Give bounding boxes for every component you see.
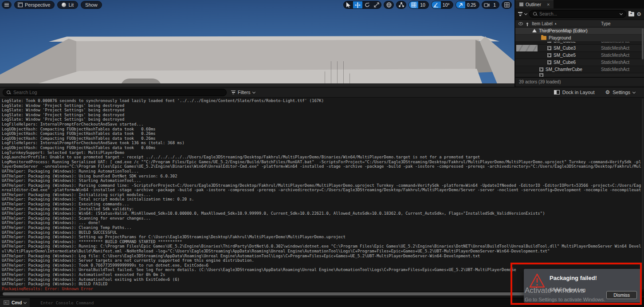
cmd-chevron-icon: [24, 300, 27, 303]
log-line: UATHelper: Packaging (Windows): ********…: [2, 240, 644, 244]
row-type-icon: [547, 53, 551, 57]
log-line: LogSlate: Window 'Project Settings' bein…: [2, 117, 644, 122]
row-type-icon: [541, 36, 546, 40]
viewport-menu-icon[interactable]: [2, 1, 12, 9]
outliner-panel: Outliner × Search... ⚙ Item Label ▲ Type…: [514, 0, 644, 87]
log-search-input[interactable]: Search Log: [3, 89, 227, 96]
cmd-selector[interactable]: >_ Cmd: [0, 298, 30, 307]
rotation-snap-icon[interactable]: [432, 1, 441, 9]
log-line: UATHelper: Packaging (Windows): Running …: [2, 169, 644, 174]
scale-tool-button[interactable]: [372, 1, 381, 9]
move-tool-button[interactable]: [353, 1, 362, 9]
log-line: UATHelper: Packaging (Windows): Using bu…: [2, 174, 644, 179]
filters-icon: [231, 91, 236, 94]
outliner-row[interactable]: SM_Cube5 StaticMeshAct: [515, 52, 644, 59]
rotate-tool-button[interactable]: [362, 1, 372, 9]
outliner-row[interactable]: SM_Cube6 StaticMeshAct: [515, 59, 644, 66]
rotation-snap-value[interactable]: 10°: [441, 2, 453, 8]
viewport-layout-group: [502, 1, 512, 9]
create-folder-icon[interactable]: [628, 12, 634, 16]
filter-chevron-icon[interactable]: [524, 12, 527, 15]
row-type: StaticMeshAct: [601, 60, 640, 65]
log-vertical-scrollbar[interactable]: [642, 98, 644, 289]
log-line: UATHelper: Packaging (Windows): Executin…: [2, 202, 644, 207]
grid-snap-value[interactable]: 10: [418, 2, 428, 8]
surface-snap-group: [396, 1, 406, 9]
outliner-row[interactable]: ThirdPersonMap (Editor): [515, 28, 644, 35]
show-button[interactable]: Show: [81, 1, 102, 9]
log-output[interactable]: LogSlate: Took 0.000876 seconds to synch…: [0, 98, 644, 291]
warning-triangle-icon: [529, 273, 546, 291]
outliner-row[interactable]: SM_ChamferCube StaticMeshAct: [515, 66, 644, 73]
log-line: LogFileHelpers: InternalPromptForCheckou…: [2, 122, 644, 127]
dock-in-layout-button[interactable]: Dock in Layout: [554, 90, 595, 95]
settings-label: Settings: [613, 90, 630, 95]
outliner-row[interactable]: SM_Cube3 StaticMeshAct: [515, 45, 644, 52]
log-line: ul\MultiPlayerDemo\Intermediate\Build\Ma…: [2, 249, 644, 254]
tab-outliner[interactable]: Outliner ×: [515, 0, 554, 8]
row-label: ThirdPersonMap (Editor): [539, 28, 587, 33]
outliner-row[interactable]: [515, 73, 644, 77]
filters-label: Filters: [238, 90, 251, 95]
cmd-label: Cmd: [12, 300, 22, 305]
outliner-column-header: Item Label ▲ Type: [515, 20, 644, 28]
dismiss-button[interactable]: Dismiss: [606, 291, 637, 299]
log-line: LogUObjectHash: Compacting FUObjectHashT…: [2, 146, 644, 150]
filters-button[interactable]: Filters: [231, 90, 255, 95]
perspective-cube-icon: [19, 3, 23, 7]
globe-icon[interactable]: [384, 1, 393, 9]
close-tab-icon[interactable]: ×: [547, 2, 550, 7]
grid-snap-icon[interactable]: [409, 1, 418, 9]
outliner-tree: ThirdPersonMap (Editor) Playground SM_Cu…: [515, 28, 644, 77]
perspective-button[interactable]: Perspective: [14, 1, 55, 9]
search-options-chevron-icon[interactable]: [620, 12, 623, 15]
item-label-column[interactable]: Item Label: [532, 21, 553, 26]
log-line: LogSlate: Window 'Project Settings' bein…: [2, 108, 644, 113]
log-line: UATHelper: Packaging (Windows): Running:…: [2, 244, 644, 249]
log-search-icon: [7, 91, 11, 94]
viewport-toolbar-right: 10 10° 0.25 1: [343, 1, 512, 9]
transform-tools-group: [343, 1, 381, 9]
visibility-column-eye-icon[interactable]: [518, 22, 523, 25]
row-label: SM_Cube5: [554, 53, 576, 58]
log-line: UATHelper: Packaging (Windows): BUILD SU…: [2, 230, 644, 235]
row-label: SM_Cube3: [554, 46, 576, 51]
lit-button[interactable]: Lit: [57, 1, 78, 9]
outliner-status: 39 actors (39 loaded): [515, 77, 644, 86]
row-type-icon: [532, 29, 537, 32]
camera-count-value[interactable]: 1: [491, 2, 499, 8]
filter-icon[interactable]: [518, 12, 522, 16]
outliner-row[interactable]: SM_Cube2 StaticMeshAct: [515, 42, 644, 45]
row-type: StaticMeshAct: [601, 53, 640, 58]
search-icon: [533, 12, 537, 16]
row-label: SM_Cube6: [554, 60, 576, 65]
camera-speed-icon[interactable]: [456, 1, 465, 9]
log-line: LogSlate: Window 'Project Settings' bein…: [2, 113, 644, 118]
outliner-search-input[interactable]: Search...: [529, 10, 626, 18]
dock-label: Dock in Layout: [562, 90, 595, 95]
outliner-row[interactable]: Playground: [515, 35, 644, 42]
show-output-log-link[interactable]: Show Output Log: [550, 287, 585, 292]
pin-column-icon[interactable]: [526, 23, 528, 24]
camera-speed-value[interactable]: 0.25: [465, 2, 479, 8]
log-line: LogSlate: Took 0.000876 seconds to synch…: [2, 98, 644, 103]
log-line: LogFileHelpers: InternalPromptForCheckou…: [2, 141, 644, 146]
surface-snap-icon[interactable]: [397, 1, 406, 9]
select-tool-button[interactable]: [344, 1, 353, 9]
type-column[interactable]: Type: [601, 21, 611, 26]
quad-view-icon[interactable]: [502, 1, 511, 9]
log-line: UATHelper: Packaging (Windows): Setting …: [2, 235, 644, 240]
3d-viewport[interactable]: Perspective Lit Show: [0, 0, 514, 87]
dock-layout-icon: [554, 90, 560, 94]
show-label: Show: [85, 2, 98, 8]
log-line: UATHelper: Packaging (Windows): Cleaning…: [2, 225, 644, 230]
camera-shortcut-group: 1: [482, 1, 499, 9]
outliner-scrollbar[interactable]: [642, 28, 644, 59]
viewport-toolbar-left: Perspective Lit Show: [2, 1, 102, 9]
log-settings-button[interactable]: ⚙ Settings: [605, 90, 635, 95]
log-line: UATHelper: Packaging (Windows): Log file…: [2, 254, 644, 259]
camera-icon[interactable]: [482, 1, 491, 9]
row-type-icon: [547, 42, 551, 43]
log-line: UATHelper: Packaging (Windows): ... done…: [2, 220, 644, 225]
outliner-settings-gear-icon[interactable]: ⚙: [636, 12, 641, 17]
